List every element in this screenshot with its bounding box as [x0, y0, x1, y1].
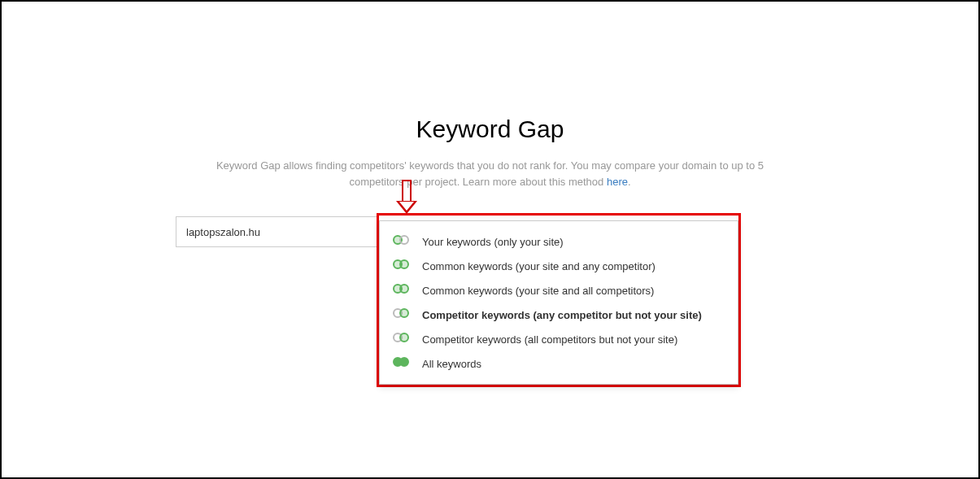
dropdown-item-2[interactable]: Common keywords (your site and all compe…: [380, 278, 738, 303]
dropdown-item-label: Competitor keywords (all competitors but…: [422, 333, 677, 346]
dropdown-item-1[interactable]: Common keywords (your site and any compe…: [380, 254, 738, 278]
dropdown-item-3[interactable]: Competitor keywords (any competitor but …: [380, 303, 738, 327]
venn-icon: [393, 357, 414, 370]
page-title: Keyword Gap: [2, 115, 978, 143]
venn-icon: [393, 284, 414, 297]
learn-more-link[interactable]: here: [607, 176, 628, 188]
venn-icon: [393, 235, 414, 248]
dropdown-highlight: Your keywords (only your site)Common key…: [377, 213, 741, 387]
annotation-arrow-icon: [398, 180, 416, 216]
venn-icon: [393, 308, 414, 321]
venn-icon: [393, 259, 414, 272]
input-row: [176, 216, 377, 247]
desc-line1: Keyword Gap allows finding competitors' …: [216, 159, 764, 172]
dropdown-item-label: Common keywords (your site and any compe…: [422, 260, 656, 272]
description: Keyword Gap allows finding competitors' …: [198, 158, 783, 189]
dropdown-item-label: Competitor keywords (any competitor but …: [422, 309, 702, 321]
dropdown-item-label: All keywords: [422, 358, 481, 370]
desc-line2: competitors per project. Learn more abou…: [349, 176, 607, 188]
dropdown-item-5[interactable]: All keywords: [380, 351, 738, 376]
dropdown-item-4[interactable]: Competitor keywords (all competitors but…: [380, 327, 738, 351]
dropdown-menu: Your keywords (only your site)Common key…: [379, 220, 738, 385]
dropdown-item-label: Your keywords (only your site): [422, 236, 564, 248]
period: .: [628, 176, 631, 188]
main-panel: Keyword Gap Keyword Gap allows finding c…: [2, 2, 978, 189]
domain-input[interactable]: [176, 216, 377, 247]
dropdown-item-0[interactable]: Your keywords (only your site): [380, 229, 738, 254]
dropdown-item-label: Common keywords (your site and all compe…: [422, 285, 654, 297]
venn-icon: [393, 333, 414, 346]
